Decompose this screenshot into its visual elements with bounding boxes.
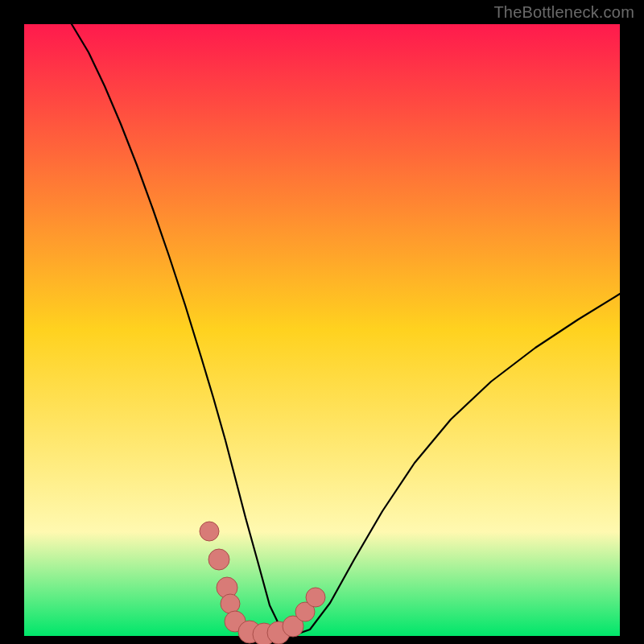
valley-marker [221,594,240,613]
valley-marker [200,522,219,541]
chart-stage: TheBottleneck.com [0,0,644,644]
valley-marker [306,588,325,607]
bottleneck-chart [0,0,644,644]
heat-gradient-plot-area [24,24,620,636]
valley-marker [208,549,229,570]
watermark-text: TheBottleneck.com [493,3,634,22]
